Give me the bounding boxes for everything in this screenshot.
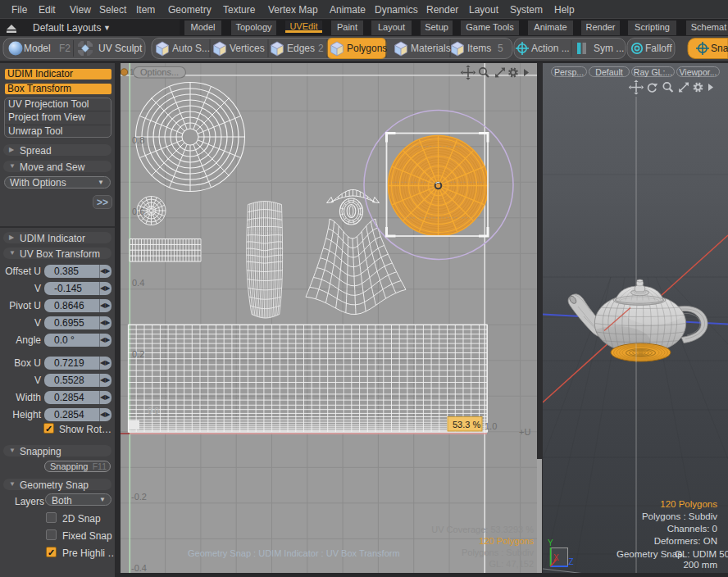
svg-text:0 0: 0 0 <box>148 407 159 416</box>
svg-text:X: X <box>553 553 559 562</box>
svg-text:0.4: 0.4 <box>132 278 144 288</box>
svg-text:-0.2: -0.2 <box>131 492 147 502</box>
svg-text:0.8: 0.8 <box>132 135 144 145</box>
svg-text:Options...: Options... <box>140 67 179 77</box>
svg-text:-0.4: -0.4 <box>131 563 147 573</box>
svg-text:Z: Z <box>569 557 574 566</box>
svg-text:1.0: 1.0 <box>485 421 497 431</box>
svg-text:Y: Y <box>548 538 553 547</box>
svg-text:53.3 %: 53.3 % <box>453 420 480 429</box>
svg-text:0.2: 0.2 <box>132 349 144 359</box>
svg-text:+U: +U <box>519 427 530 437</box>
svg-text:0.6: 0.6 <box>132 207 144 216</box>
